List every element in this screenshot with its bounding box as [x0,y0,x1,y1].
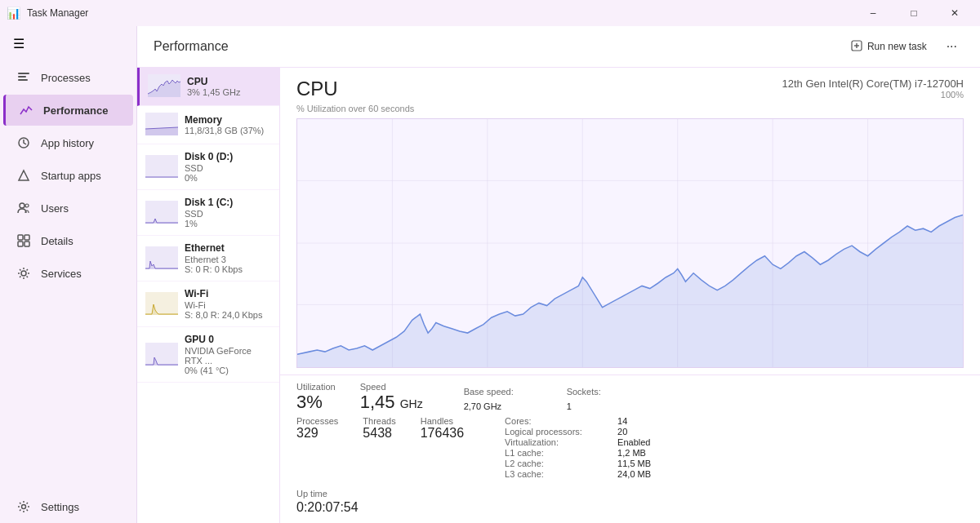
svg-rect-1 [18,76,26,78]
app-body: ☰ Processes Performance App history Star [0,26,980,523]
svg-rect-7 [18,235,23,240]
settings-icon [16,499,31,514]
cpu-chart-svg [297,119,963,367]
minimize-button[interactable]: – [854,0,892,26]
device-item-memory[interactable]: Memory 11,8/31,8 GB (37%) [137,106,279,144]
uptime-value: 0:20:07:54 [296,500,359,514]
performance-icon [19,103,33,117]
gpu0-info: GPU 0 NVIDIA GeForce RTX ... 0% (41 °C) [185,334,271,375]
gpu0-sub2: NVIDIA GeForce RTX ... [185,346,271,366]
hamburger-button[interactable]: ☰ [0,26,136,61]
close-button[interactable]: ✕ [936,0,973,26]
svg-marker-40 [297,215,963,367]
memory-name: Memory [185,114,271,126]
startup-icon [16,168,31,183]
l3-key: L3 cache: [505,469,611,479]
content-area: CPU 3% 1,45 GHz Memory [137,68,980,523]
detail-sockets-val: 1 [567,398,648,413]
svg-rect-0 [18,73,29,74]
svg-point-6 [25,204,29,207]
sidebar-bottom: Settings [0,490,136,523]
sidebar-label-processes: Processes [41,72,91,84]
util-label: Utilization [296,382,336,392]
sidebar-item-details[interactable]: Details [3,225,133,256]
l1-key: L1 cache: [505,448,611,458]
device-item-cpu[interactable]: CPU 3% 1,45 GHz [137,68,279,106]
processes-value: 329 [296,426,338,441]
util-value: 3% [296,392,336,413]
virt-key: Virtualization: [505,437,611,447]
details-icon [16,233,31,248]
memory-info: Memory 11,8/31,8 GB (37%) [185,114,271,135]
wifi-val: S: 8,0 R: 24,0 Kbps [185,310,271,320]
sidebar-item-startup-apps[interactable]: Startup apps [3,160,133,191]
users-icon [16,201,31,215]
page-title: Performance [154,39,229,54]
run-new-task-button[interactable]: Run new task [844,37,933,57]
title-bar: 📊 Task Manager – □ ✕ [0,0,980,26]
logical-key: Logical processors: [505,427,611,437]
hamburger-icon: ☰ [13,37,24,51]
sidebar-item-settings[interactable]: Settings [3,491,133,522]
sidebar-label-services: Services [41,268,82,280]
cpu-util-percent: 100% [782,90,964,100]
cores-key: Cores: [505,416,611,426]
detail-stats: Base speed: Sockets: 2,70 GHz 1 [464,383,743,413]
speed-label: Speed [360,382,423,392]
threads-value: 5438 [363,426,395,441]
sidebar-label-users: Users [41,202,69,215]
threads-label: Threads [363,416,395,426]
device-item-gpu0[interactable]: GPU 0 NVIDIA GeForce RTX ... 0% (41 °C) [137,327,279,383]
app-icon: 📊 [7,7,20,20]
title-bar-controls: – □ ✕ [854,0,973,26]
cpu-model: 12th Gen Intel(R) Core(TM) i7-12700H [782,78,964,90]
cpu-model-area: 12th Gen Intel(R) Core(TM) i7-12700H 100… [782,78,964,100]
cpu-chart [296,118,964,368]
more-options-button[interactable]: ··· [940,36,964,57]
svg-rect-10 [24,242,29,246]
device-item-disk0[interactable]: Disk 0 (D:) SSD 0% [137,144,279,190]
maximize-button[interactable]: □ [895,0,933,26]
memory-val: 11,8/31,8 GB (37%) [185,126,271,135]
l1-val: 1,2 MB [617,448,699,458]
l3-val: 24,0 MB [617,469,699,479]
sidebar-label-performance: Performance [43,104,108,117]
cpu-info: CPU 3% 1,45 GHz [187,76,271,97]
device-item-wifi[interactable]: Wi-Fi Wi-Fi S: 8,0 R: 24,0 Kbps [137,281,279,327]
run-task-icon [851,40,862,54]
stat-utilization: Utilization 3% [296,382,336,413]
sidebar-label-details: Details [41,235,74,247]
svg-rect-21 [145,155,178,178]
app-history-icon [16,135,31,150]
main-content: Performance Run new task ··· [137,26,980,523]
svg-point-5 [20,203,24,208]
app-title: Task Manager [27,7,88,19]
disk1-sparkline [145,201,178,225]
device-item-ethernet[interactable]: Ethernet Ethernet 3 S: 0 R: 0 Kbps [137,236,279,281]
uptime-row: Up time 0:20:07:54 [280,485,980,523]
logical-val: 20 [617,427,699,437]
virt-val: Enabled [617,437,699,447]
stats-row1: Utilization 3% Speed 1,45 GHz Base speed… [280,375,980,414]
performance-detail: CPU 12th Gen Intel(R) Core(TM) i7-12700H… [280,68,980,523]
sidebar-item-users[interactable]: Users [3,193,133,224]
sidebar-item-services[interactable]: Services [3,258,133,289]
title-bar-left: 📊 Task Manager [7,7,88,20]
gpu0-sparkline [145,343,178,367]
svg-rect-29 [145,343,178,366]
sidebar-item-app-history[interactable]: App history [3,127,133,158]
cpu-subtitle: % Utilization over 60 seconds [280,104,980,118]
cpu-sparkline [148,74,180,99]
sidebar-item-processes[interactable]: Processes [3,62,133,93]
disk1-info: Disk 1 (C:) SSD 1% [185,197,271,228]
device-item-disk1[interactable]: Disk 1 (C:) SSD 1% [137,190,279,236]
cpu-section-header: CPU 12th Gen Intel(R) Core(TM) i7-12700H… [280,68,980,104]
gpu0-name: GPU 0 [185,334,271,345]
device-list: CPU 3% 1,45 GHz Memory [137,68,280,523]
sidebar-item-performance[interactable]: Performance [3,95,133,126]
uptime-label: Up time [296,489,327,499]
sidebar-label-app-history: App history [41,137,94,149]
handles-value: 176436 [421,426,464,441]
handles-label: Handles [421,416,464,426]
detail-grid-right: Cores: 14 Logical processors: 20 Virtual… [505,416,699,479]
